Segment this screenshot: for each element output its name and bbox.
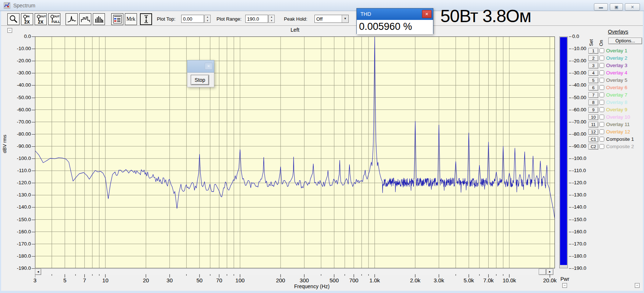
title-bar[interactable]: Spectrum ▬ ▣ ✕: [0, 0, 644, 11]
y-tick-label: -10.00: [9, 46, 31, 51]
y-tick: [569, 73, 571, 73]
y-tick: [569, 85, 571, 86]
overlay-on-checkbox-3[interactable]: [599, 63, 604, 68]
overlay-on-checkbox-6[interactable]: [599, 85, 604, 90]
chevron-down-icon[interactable]: ▼: [342, 15, 348, 22]
stop-button[interactable]: Stop: [191, 75, 209, 85]
icon-text: IN: [27, 15, 29, 18]
plot-range-label: Plot Range:: [217, 16, 242, 22]
thd-close-icon[interactable]: ✕: [422, 10, 432, 18]
y-tick-label: -40.00: [9, 82, 31, 88]
plot-range-input[interactable]: [245, 15, 268, 23]
overlay-label: Overlay 11: [606, 122, 630, 128]
overlay-label: Overlay 6: [606, 85, 627, 91]
x-tick-label: 50: [196, 277, 203, 283]
overlay-set-button-3[interactable]: 3: [588, 63, 598, 69]
stop-dialog-close-icon[interactable]: ✕: [205, 63, 212, 70]
peak-hold-value: Off: [316, 16, 323, 22]
overlay-on-checkbox-12[interactable]: [599, 129, 604, 134]
overlay-set-button-9[interactable]: 9: [588, 107, 598, 113]
minimize-button[interactable]: ▬: [594, 3, 608, 11]
cursor-button[interactable]: [140, 13, 152, 25]
overlay-on-checkbox-2[interactable]: [599, 56, 604, 60]
y-tick: [569, 146, 571, 147]
y-tick: [32, 61, 35, 61]
toolbar: IN 2X OUT 2X OUT FULL Mrk: [1, 11, 643, 26]
x-tick-label: 500: [330, 277, 339, 283]
spectrum-view-button[interactable]: [66, 13, 78, 25]
overlay-on-checkbox-4[interactable]: [599, 70, 604, 75]
overlay-on-checkbox-10[interactable]: [599, 115, 604, 119]
zoom-in-2x-button[interactable]: IN 2X: [21, 13, 33, 25]
x-tick-label: 3.0k: [434, 277, 444, 283]
overlay-on-checkbox-11[interactable]: [599, 122, 604, 127]
collapse-left-button[interactable]: −: [7, 28, 12, 33]
collapse-power-button[interactable]: −: [562, 283, 567, 288]
x-tick-label: 100: [235, 277, 244, 283]
spectrum-plot[interactable]: [35, 36, 555, 268]
zoom-button[interactable]: [7, 13, 20, 25]
overlay-set-button-5[interactable]: 5: [588, 77, 598, 83]
on-column-header: On: [599, 36, 604, 46]
y-tick: [569, 110, 571, 110]
y-tick-label: -20.00: [9, 58, 31, 63]
overlay-on-checkbox-8[interactable]: [599, 100, 604, 105]
collapse-overlays-button[interactable]: −: [635, 283, 640, 288]
overlay-on-checkbox-C2[interactable]: [599, 144, 604, 149]
y-tick-label: -100.0: [572, 156, 594, 161]
maximize-button[interactable]: ▣: [610, 3, 623, 11]
overlay-set-button-6[interactable]: 6: [588, 85, 598, 91]
overlay-label: Composite 2: [606, 144, 634, 150]
overlays-header: Overlays: [608, 29, 628, 35]
overlay-set-button-C1[interactable]: C1: [588, 136, 598, 142]
overlay-label: Overlay 12: [606, 129, 630, 135]
plot-range-spinner[interactable]: ▲▼: [268, 15, 275, 23]
y-tick-label: -150.0: [9, 217, 31, 222]
plot-top-input[interactable]: [181, 15, 204, 23]
icon-text: OUT: [53, 15, 60, 18]
overlay-on-checkbox-9[interactable]: [599, 107, 604, 112]
x-tick-label: 5.0k: [464, 277, 474, 283]
x-tick-label: 300: [300, 277, 309, 283]
overlay-set-button-10[interactable]: 10: [588, 114, 598, 120]
icon-text: FULL: [52, 20, 60, 24]
bars-view-button[interactable]: [93, 13, 105, 25]
y-tick-label: -140.0: [572, 204, 594, 210]
stop-dialog-title-bar[interactable]: ✕: [187, 60, 214, 73]
overlay-on-checkbox-C1[interactable]: [599, 137, 604, 142]
y-tick: [32, 171, 35, 171]
overlay-set-button-12[interactable]: 12: [588, 129, 598, 135]
x-tick-label: 10.0k: [503, 277, 516, 283]
overlay-set-button-C2[interactable]: C2: [588, 144, 598, 150]
overlay-set-button-4[interactable]: 4: [588, 70, 598, 76]
zoom-out-2x-button[interactable]: OUT 2X: [35, 13, 47, 25]
overlay-set-button-8[interactable]: 8: [588, 100, 598, 105]
overlay-on-checkbox-5[interactable]: [599, 78, 604, 83]
peak-hold-select[interactable]: Off ▼: [314, 15, 349, 23]
marker-button[interactable]: Mrk: [125, 13, 137, 25]
x-tick-label: 5: [63, 277, 66, 283]
y-tick-label: -160.0: [572, 229, 594, 234]
zoom-out-full-button[interactable]: OUT FULL: [48, 13, 60, 25]
plot-top-spinner[interactable]: ▲▼: [204, 15, 211, 23]
thd-title-bar[interactable]: THD ✕: [357, 8, 433, 20]
step-curve-icon: [81, 14, 90, 24]
overlay-on-checkbox-1[interactable]: [599, 48, 604, 53]
overlay-on-checkbox-7[interactable]: [599, 93, 604, 97]
overlay-set-button-1[interactable]: 1: [588, 48, 598, 54]
overlay-set-button-11[interactable]: 11: [588, 122, 598, 128]
y-tick-label: -100.0: [9, 156, 31, 161]
settings-button[interactable]: [111, 13, 123, 25]
plot-top-label: Plot Top:: [157, 16, 175, 22]
overlay-set-button-7[interactable]: 7: [588, 92, 598, 98]
y-tick: [569, 134, 571, 135]
step-view-button[interactable]: [79, 13, 91, 25]
thd-title: THD: [360, 11, 371, 17]
stop-dialog-body: Stop: [187, 73, 214, 87]
cursor-ibeam-icon: [141, 14, 151, 24]
close-button[interactable]: ✕: [625, 3, 640, 11]
y-tick: [32, 98, 35, 98]
overlay-options-button[interactable]: Options...: [608, 38, 642, 44]
y-tick: [569, 220, 571, 220]
overlay-set-button-2[interactable]: 2: [588, 55, 598, 61]
